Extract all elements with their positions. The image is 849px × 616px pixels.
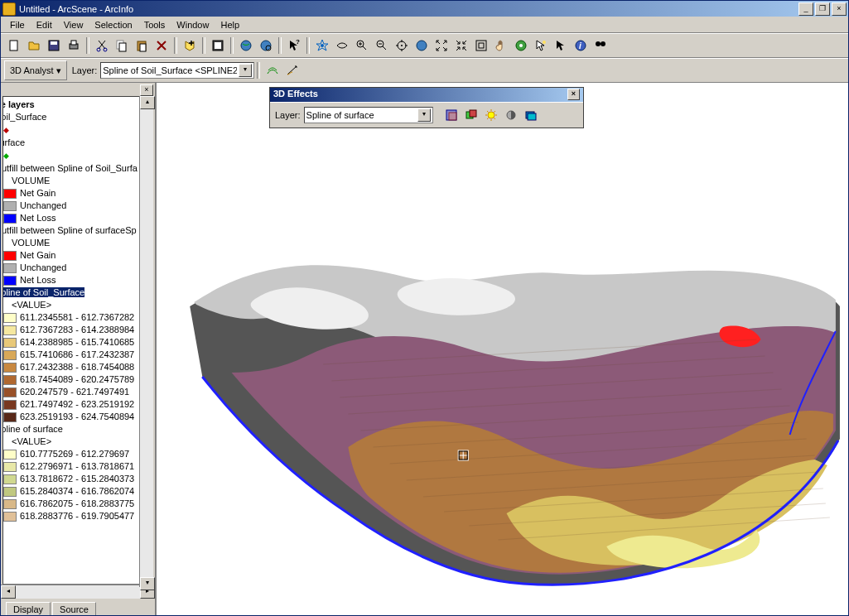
- toc-item[interactable]: Cutfill between Spline of surfaceSp: [2, 224, 151, 237]
- restore-button[interactable]: ❐: [815, 2, 830, 16]
- 3d-effects-title[interactable]: 3D Effects ×: [270, 88, 583, 102]
- new-icon[interactable]: [5, 36, 23, 55]
- shading-icon[interactable]: [502, 106, 520, 124]
- app-icon: [2, 2, 16, 16]
- toc-item[interactable]: <VALUE>: [2, 299, 151, 311]
- toc-vscrollbar[interactable]: ▴▾: [139, 96, 153, 587]
- window-title: Untitled - ArcScene - ArcInfo: [19, 4, 798, 14]
- display-tab[interactable]: Display: [6, 602, 51, 616]
- source-tab[interactable]: Source: [52, 602, 96, 616]
- open-icon[interactable]: [25, 36, 43, 55]
- toc-item[interactable]: 612.7367283 - 614.2388984: [2, 324, 151, 336]
- print-icon[interactable]: [65, 36, 83, 55]
- 3d-analyst-dropdown[interactable]: 3D Analyst ▾: [4, 60, 67, 80]
- toc-item[interactable]: <VALUE>: [2, 436, 151, 448]
- toc-item[interactable]: 617.2432388 - 618.7454088: [2, 361, 151, 373]
- copy-icon[interactable]: [113, 36, 131, 55]
- hand-icon[interactable]: [492, 36, 510, 55]
- help-pointer-icon[interactable]: ?: [285, 36, 303, 55]
- toc-item[interactable]: 614.2388985 - 615.7410685: [2, 336, 151, 349]
- set-observer-icon[interactable]: [532, 36, 550, 55]
- toc-item[interactable]: ◆: [2, 149, 151, 162]
- toc-item[interactable]: Net Gain: [2, 187, 151, 200]
- svg-rect-0: [10, 41, 17, 51]
- 3d-effects-toolbar[interactable]: 3D Effects × Layer: Spline of surface ▾: [269, 87, 584, 128]
- toc-item[interactable]: 618.2883776 - 619.7905477: [2, 510, 151, 522]
- cut-icon[interactable]: [93, 36, 111, 55]
- priority-icon[interactable]: [522, 106, 540, 124]
- toc-item[interactable]: Net Loss: [2, 274, 151, 286]
- svg-rect-41: [528, 113, 536, 120]
- add-layer-icon[interactable]: [209, 36, 227, 55]
- layer-combo[interactable]: Spline of Soil_Surface <SPLINE2> ▾: [100, 62, 254, 79]
- menu-file[interactable]: File: [4, 18, 31, 31]
- svg-point-21: [401, 45, 403, 46]
- toc-item[interactable]: Spline of surface: [2, 423, 151, 436]
- zoom-in-fixed-icon[interactable]: [432, 36, 451, 55]
- toc-item[interactable]: 621.7497492 - 623.2519192: [2, 398, 151, 411]
- zoom-out-icon[interactable]: [373, 36, 391, 55]
- menu-selection[interactable]: Selection: [89, 18, 137, 31]
- face-culling-icon[interactable]: [462, 106, 480, 124]
- identify-icon[interactable]: i: [572, 36, 590, 55]
- find-layer-icon[interactable]: [257, 36, 275, 55]
- menu-window[interactable]: Window: [171, 18, 215, 31]
- menu-tools[interactable]: Tools: [138, 18, 171, 31]
- delete-icon[interactable]: [152, 36, 171, 55]
- toc-item[interactable]: 623.2519193 - 624.7540894: [2, 411, 151, 423]
- full-extent-icon[interactable]: [412, 36, 431, 55]
- transparency-icon[interactable]: [442, 106, 461, 124]
- toc-item[interactable]: 611.2345581 - 612.7367282: [2, 311, 151, 324]
- expand-icon[interactable]: [472, 36, 490, 55]
- toc-item[interactable]: ◆: [2, 123, 151, 137]
- menu-edit[interactable]: Edit: [31, 18, 58, 31]
- toc-item[interactable]: 616.7862075 - 618.2883775: [2, 498, 151, 510]
- toc-item[interactable]: 613.7818672 - 615.2840373: [2, 473, 151, 485]
- toc-item[interactable]: Unchanged: [2, 262, 151, 274]
- close-button[interactable]: ×: [832, 2, 847, 16]
- toc-item[interactable]: 615.2840374 - 616.7862074: [2, 485, 151, 498]
- add-scene-icon[interactable]: [237, 36, 255, 55]
- toc-item[interactable]: 610.7775269 - 612.279697: [2, 448, 151, 460]
- target-icon[interactable]: [512, 36, 530, 55]
- toc-item[interactable]: Net Loss: [2, 212, 151, 224]
- toc-hscrollbar[interactable]: ◂▸: [1, 585, 155, 599]
- toc-item[interactable]: Cutfill between Spline of Soil_Surfa: [2, 162, 151, 175]
- toc-item[interactable]: Net Gain: [2, 249, 151, 262]
- main-body: × ne layersSoil_Surface◆surface◆Cutfill …: [1, 83, 848, 616]
- zoom-in-icon[interactable]: [353, 36, 371, 55]
- menu-help[interactable]: Help: [215, 18, 245, 31]
- contour-icon[interactable]: [263, 61, 282, 79]
- 3d-view[interactable]: [157, 83, 848, 616]
- select-icon[interactable]: [552, 36, 570, 55]
- toc-item[interactable]: 618.7454089 - 620.2475789: [2, 373, 151, 386]
- toc-item[interactable]: surface: [2, 137, 151, 149]
- minimize-button[interactable]: _: [798, 2, 813, 16]
- menu-view[interactable]: View: [58, 18, 89, 31]
- toc-item[interactable]: 612.2796971 - 613.7818671: [2, 460, 151, 473]
- toc-item[interactable]: Unchanged: [2, 200, 151, 212]
- paste-icon[interactable]: [133, 36, 151, 55]
- slope-icon[interactable]: [283, 61, 301, 79]
- add-data-icon[interactable]: [181, 36, 199, 55]
- svg-rect-4: [71, 41, 76, 45]
- toc-item[interactable]: Soil_Surface: [2, 111, 151, 123]
- save-icon[interactable]: [45, 36, 63, 55]
- toc-close-button[interactable]: ×: [140, 84, 153, 96]
- effects-close-button[interactable]: ×: [567, 89, 580, 100]
- toc-header: ne layers: [2, 99, 151, 111]
- svg-point-17: [321, 44, 324, 47]
- find-icon[interactable]: [591, 36, 610, 55]
- toc-item[interactable]: Spline of Soil_Surface: [2, 286, 151, 299]
- effects-layer-combo[interactable]: Spline of surface ▾: [304, 107, 433, 123]
- toc-item[interactable]: VOLUME: [2, 237, 151, 249]
- toc-item[interactable]: 615.7410686 - 617.2432387: [2, 349, 151, 361]
- toc-tree[interactable]: ne layersSoil_Surface◆surface◆Cutfill be…: [2, 96, 153, 585]
- navigate-icon[interactable]: [313, 36, 331, 55]
- center-icon[interactable]: [393, 36, 411, 55]
- zoom-out-fixed-icon[interactable]: [452, 36, 470, 55]
- toc-item[interactable]: VOLUME: [2, 175, 151, 187]
- lighting-icon[interactable]: [482, 106, 500, 124]
- toc-item[interactable]: 620.247579 - 621.7497491: [2, 386, 151, 398]
- fly-icon[interactable]: [333, 36, 351, 55]
